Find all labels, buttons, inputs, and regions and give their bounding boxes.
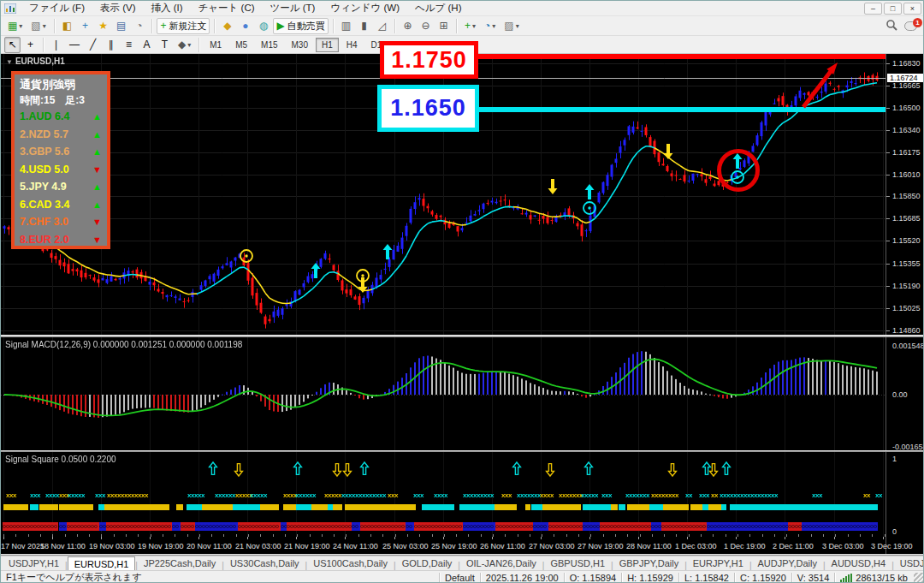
chevron-down-icon: ▾	[472, 22, 476, 30]
new-order-button[interactable]: +新規注文	[157, 18, 210, 34]
signal-highlight-circle[interactable]	[717, 149, 760, 192]
strength-row-label: 2.NZD 5.7	[20, 128, 68, 140]
timeframe-m1[interactable]: M1	[204, 38, 228, 52]
up-triangle-icon: ▲	[92, 146, 102, 157]
profiles-icon: ▧	[31, 21, 40, 31]
text-label-button[interactable]: T	[157, 37, 173, 53]
metaeditor-icon: ◆	[223, 21, 231, 31]
trend-line-button[interactable]: ╱	[85, 37, 101, 53]
strategy-tester-button[interactable]: ◔	[131, 18, 147, 34]
strength-row-gbp: 3.GBP 5.6▲	[20, 143, 102, 161]
chart-tab-6[interactable]: OIL-JAN26,Daily	[460, 556, 542, 570]
vertical-line-button[interactable]: |	[48, 37, 64, 53]
panel-splitter[interactable]	[1, 335, 924, 337]
date-axis[interactable]: 17 Nov 202518 Nov 11:0019 Nov 03:0019 No…	[1, 537, 886, 554]
chart-tab-7[interactable]: GBPUSD,H1	[544, 556, 611, 570]
strength-row-label: 7.CHF 3.0	[20, 216, 68, 228]
up-triangle-icon: ▲	[92, 111, 102, 122]
horizontal-line-button[interactable]: —	[66, 37, 83, 53]
templates-button[interactable]: ▨▾	[500, 18, 522, 34]
tile-windows-icon: ⊞	[439, 21, 447, 31]
panel-splitter[interactable]	[1, 450, 924, 452]
profiles-button[interactable]: ▧▾	[27, 18, 49, 34]
shapes-button[interactable]: ◆▾	[175, 37, 194, 53]
search-icon[interactable]	[886, 19, 897, 33]
menu-item-1[interactable]: 表示 (V)	[92, 1, 144, 15]
chart-tab-3[interactable]: US30Cash,Daily	[224, 556, 305, 570]
crosshair-button[interactable]: +	[22, 37, 38, 53]
menu-item-2[interactable]: 挿入 (I)	[144, 1, 191, 15]
navigator-button[interactable]: ★	[95, 18, 111, 34]
restore-icon[interactable]: □	[884, 3, 902, 15]
toolbar-right: 1	[886, 19, 922, 33]
fibonacci-button[interactable]: ≡	[121, 37, 137, 53]
menu-item-4[interactable]: ツール (T)	[263, 1, 323, 15]
experts-button[interactable]: ●	[237, 18, 253, 34]
news-button[interactable]: ◍	[255, 18, 271, 34]
channel-button[interactable]: ∥	[103, 37, 119, 53]
macd-panel-canvas[interactable]	[1, 337, 886, 450]
timeframe-h4[interactable]: H4	[341, 38, 364, 52]
date-axis-label: 26 Nov 11:00	[480, 542, 525, 550]
panel-splitter[interactable]	[1, 554, 924, 556]
trend-arrow[interactable]	[795, 54, 850, 114]
date-tick	[150, 537, 151, 539]
autotrade-button[interactable]: ▶自動売買	[273, 18, 328, 34]
chart-tab-9[interactable]: EURJPY,H1	[687, 556, 749, 570]
minimize-icon[interactable]: –	[864, 3, 882, 15]
chart-tab-4[interactable]: US100Cash,Daily	[307, 556, 394, 570]
metaeditor-button[interactable]: ◆	[219, 18, 235, 34]
cursor-button[interactable]: ↖	[4, 37, 21, 53]
zoom-out-button[interactable]: ⊖	[418, 18, 434, 34]
date-axis-label: 19 Nov 19:00	[138, 542, 184, 550]
resize-grip[interactable]	[914, 573, 924, 583]
axis-tick	[886, 218, 890, 219]
chart-tab-12[interactable]: USDJPY,H1	[894, 556, 924, 570]
chart-tab-0[interactable]: USDJPY,H1	[3, 556, 65, 570]
chart-tab-2[interactable]: JP225Cash,Daily	[138, 556, 222, 570]
data-window-button[interactable]: +	[77, 18, 93, 34]
new-chart-button[interactable]: ▦▾	[4, 18, 26, 34]
terminal-icon: ▤	[116, 21, 126, 31]
chart-symbol-label[interactable]: ▼EURUSD,H1	[6, 57, 65, 66]
chart-tab-1[interactable]: EURUSD,H1	[68, 556, 136, 570]
periods-button[interactable]: ◔▾	[481, 18, 499, 34]
news-icon: ◍	[259, 21, 268, 31]
signal-square-canvas[interactable]	[1, 452, 886, 537]
chart-tab-5[interactable]: GOLD,Daily	[396, 556, 459, 570]
menu-item-6[interactable]: ヘルプ (H)	[407, 1, 469, 15]
menu-item-3[interactable]: チャート (C)	[191, 1, 263, 15]
bar-chart-button[interactable]: ▥	[338, 18, 354, 34]
indicators-button[interactable]: +▾	[461, 18, 479, 34]
chart-tab-10[interactable]: AUDJPY,Daily	[751, 556, 823, 570]
price-axis-label: 1.15685	[892, 214, 921, 223]
support-price-label[interactable]: 1.1650	[377, 85, 479, 132]
date-tick	[589, 537, 590, 539]
down-triangle-icon: ▼	[92, 164, 102, 175]
menu-item-5[interactable]: ウィンドウ (W)	[323, 1, 407, 15]
timeframe-m15[interactable]: M15	[255, 38, 283, 52]
zoom-in-button[interactable]: ⊕	[400, 18, 416, 34]
terminal-button[interactable]: ▤	[113, 18, 129, 34]
market-watch-button[interactable]: ◧	[59, 18, 75, 34]
menu-item-0[interactable]: ファイル (F)	[21, 1, 92, 15]
chart-tab-8[interactable]: GBPJPY,Daily	[613, 556, 685, 570]
toolbar-button-label: 新規注文	[169, 20, 206, 33]
connection-bars-icon	[840, 574, 852, 582]
price-axis-label: 1.16665	[892, 81, 921, 90]
date-axis-label: 19 Nov 03:00	[89, 542, 135, 550]
candlestick-chart-button[interactable]: ▮	[356, 18, 372, 34]
timeframe-m30[interactable]: M30	[286, 38, 314, 52]
price-axis-label: 1.16340	[892, 126, 921, 134]
line-chart-button[interactable]: ◿	[374, 18, 390, 34]
text-button[interactable]: A	[139, 37, 155, 53]
resistance-price-label[interactable]: 1.1750	[380, 41, 478, 79]
notifications-icon[interactable]: 1	[904, 21, 917, 31]
timeframe-m5[interactable]: M5	[229, 38, 253, 52]
tile-windows-button[interactable]: ⊞	[435, 18, 452, 34]
chart-tab-11[interactable]: AUDUSD,H4	[826, 556, 892, 570]
close-icon[interactable]: ×	[903, 3, 921, 15]
date-tick	[785, 537, 785, 539]
price-axis[interactable]: 1.16724 0.001548 0.00 -0.001658 1 0 1.16…	[886, 54, 924, 556]
timeframe-h1[interactable]: H1	[316, 38, 339, 52]
